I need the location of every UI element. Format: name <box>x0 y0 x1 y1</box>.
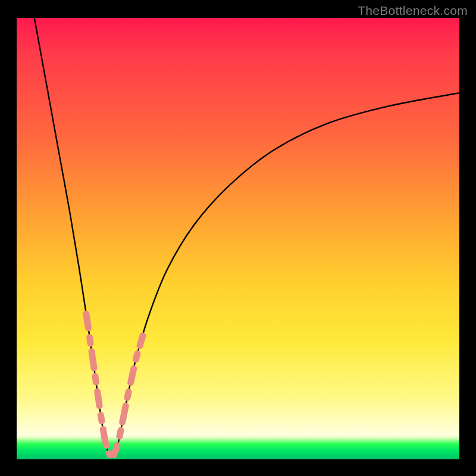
chart-frame: TheBottleneck.com <box>0 0 476 476</box>
dashed-markers <box>86 314 143 455</box>
dash-right <box>109 336 143 455</box>
dash-left <box>86 314 109 455</box>
plot-area <box>17 18 459 459</box>
watermark-text: TheBottleneck.com <box>358 4 468 18</box>
curve-layer <box>17 18 459 459</box>
